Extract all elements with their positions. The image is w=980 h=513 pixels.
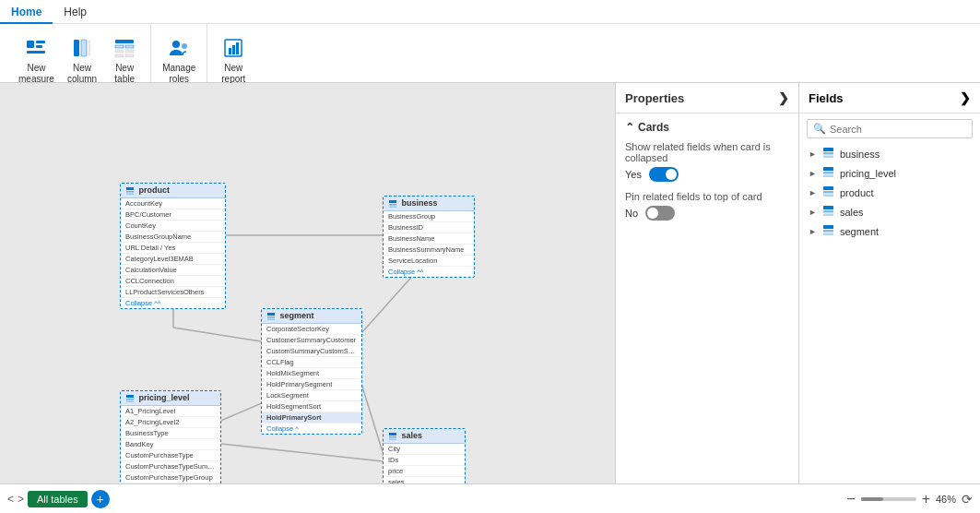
prop-show-related-label: Show related fields when card is collaps… xyxy=(625,141,789,163)
zoom-slider[interactable] xyxy=(861,497,916,501)
fields-panel: Fields ❯ 🔍 ► business ► pricing_level ► xyxy=(799,83,980,483)
field-item-product[interactable]: ► product xyxy=(799,183,980,202)
table-business[interactable]: business BusinessGroup BusinessID Busine… xyxy=(383,196,475,278)
new-column-button[interactable]: New column xyxy=(62,31,102,89)
table-row: City xyxy=(384,444,465,455)
svg-rect-52 xyxy=(823,210,833,213)
table-row: BusinessType xyxy=(121,428,220,439)
table-row: HoldMixSegment xyxy=(262,368,361,379)
table-row: HoldPrimarySegment xyxy=(262,379,361,390)
properties-cards-section: ⌃ Cards Show related fields when card is… xyxy=(616,113,798,237)
manage-roles-button[interactable]: Manage roles xyxy=(157,31,201,89)
field-item-sales[interactable]: ► sales xyxy=(799,202,980,221)
svg-rect-4 xyxy=(74,40,79,56)
svg-rect-54 xyxy=(823,225,833,229)
svg-rect-28 xyxy=(126,191,134,193)
table-row: CCLConnection xyxy=(121,276,225,287)
table-row: BusinessID xyxy=(384,222,474,233)
new-report-button[interactable]: New report xyxy=(213,31,254,89)
all-tables-tab[interactable]: All tables xyxy=(28,491,88,507)
table-row: CustomPurchaseTypeSummaryX xyxy=(121,461,220,472)
svg-rect-32 xyxy=(389,206,396,208)
add-tab-button[interactable]: + xyxy=(91,490,110,508)
svg-rect-34 xyxy=(267,316,275,318)
svg-rect-0 xyxy=(27,41,34,48)
new-measure-label: New measure xyxy=(18,63,54,85)
toolbar: New measure New column New table Calcula… xyxy=(0,24,980,83)
table-product[interactable]: product AccountKey BPC/Customer CountKey… xyxy=(120,183,226,309)
svg-rect-12 xyxy=(115,54,124,57)
chevron-right-icon: ► xyxy=(809,188,817,197)
chevron-right-icon: ► xyxy=(809,149,817,159)
table-row: CategoryLevel3EMAB xyxy=(121,254,225,265)
table-type-icon xyxy=(822,224,834,238)
zoom-percent-label: 46% xyxy=(936,494,956,505)
reporting-group: New report xyxy=(213,31,254,89)
svg-rect-41 xyxy=(389,438,396,440)
toggle-show-related[interactable] xyxy=(649,167,679,182)
table-row: BusinessName xyxy=(384,233,474,245)
search-input[interactable] xyxy=(830,124,966,135)
table-pricing-level[interactable]: pricing_level A1_PricingLevel A2_Pricing… xyxy=(120,390,221,483)
report-icon xyxy=(220,35,246,61)
table-row: CCLFlag xyxy=(262,357,361,368)
nav-tab-row: Home Help xyxy=(0,0,980,24)
toggle-pin-related[interactable] xyxy=(645,206,675,221)
svg-rect-56 xyxy=(823,233,833,236)
tab-home[interactable]: Home xyxy=(0,0,53,24)
table-row: sales xyxy=(384,477,465,483)
svg-rect-9 xyxy=(125,45,134,48)
svg-rect-33 xyxy=(267,313,275,316)
table-business-footer[interactable]: Collapse ^^ xyxy=(384,267,474,277)
cards-chevron-icon[interactable]: ⌃ xyxy=(625,121,634,134)
properties-collapse-icon[interactable]: ❯ xyxy=(778,90,789,105)
canvas-area[interactable]: product AccountKey BPC/Customer CountKey… xyxy=(0,83,615,483)
table-product-footer[interactable]: Collapse ^^ xyxy=(121,298,225,308)
svg-rect-18 xyxy=(232,45,235,54)
new-column-label: New column xyxy=(67,63,97,85)
roles-icon xyxy=(166,35,192,61)
measure-icon xyxy=(23,35,49,61)
table-product-header: product xyxy=(121,184,225,198)
svg-rect-40 xyxy=(389,436,396,438)
table-segment-footer[interactable]: Collapse ^ xyxy=(262,424,361,434)
table-row: BusinessSummaryName xyxy=(384,245,474,256)
properties-title: Properties xyxy=(625,91,684,105)
nav-next-btn[interactable]: > xyxy=(18,493,24,506)
field-item-segment[interactable]: ► segment xyxy=(799,221,980,241)
new-table-button[interactable]: New table xyxy=(104,31,145,89)
table-pricing-level-header: pricing_level xyxy=(121,391,220,406)
table-row: CountKey xyxy=(121,221,225,232)
chevron-right-icon: ► xyxy=(809,227,817,236)
toolbar-security-section: Manage roles Security xyxy=(151,24,207,82)
tab-help[interactable]: Help xyxy=(53,0,98,24)
nav-prev-btn[interactable]: < xyxy=(7,493,14,506)
table-row: LockSegment xyxy=(262,390,361,401)
svg-rect-53 xyxy=(823,214,833,217)
table-row: CalculationValue xyxy=(121,265,225,276)
svg-rect-31 xyxy=(389,204,396,206)
field-item-pricing-level[interactable]: ► pricing_level xyxy=(799,163,980,183)
zoom-reset-btn[interactable]: ⟳ xyxy=(962,492,973,507)
svg-rect-27 xyxy=(126,187,134,190)
svg-rect-30 xyxy=(389,200,396,203)
table-row: A1_PricingLevel xyxy=(121,406,220,417)
field-item-business[interactable]: ► business xyxy=(799,144,980,163)
table-row: price xyxy=(384,466,465,477)
table-sales[interactable]: sales City IDs price sales time Collapse… xyxy=(383,428,466,483)
svg-rect-48 xyxy=(823,186,833,190)
table-row: BusinessGroup xyxy=(384,211,474,222)
table-segment[interactable]: segment CorporateSectorKey CustomerSumma… xyxy=(261,308,362,435)
svg-rect-43 xyxy=(823,152,833,155)
fields-search-box[interactable]: 🔍 xyxy=(807,119,973,138)
svg-rect-42 xyxy=(823,148,833,151)
zoom-plus-btn[interactable]: + xyxy=(922,491,930,507)
new-measure-button[interactable]: New measure xyxy=(13,31,60,89)
svg-rect-13 xyxy=(125,54,134,57)
table-business-header: business xyxy=(384,197,474,211)
svg-rect-1 xyxy=(36,41,45,43)
properties-panel-header: Properties ❯ xyxy=(616,83,798,113)
properties-panel: Properties ❯ ⌃ Cards Show related fields… xyxy=(615,83,799,483)
zoom-minus-btn[interactable]: − xyxy=(846,491,855,507)
fields-collapse-icon[interactable]: ❯ xyxy=(960,90,971,105)
